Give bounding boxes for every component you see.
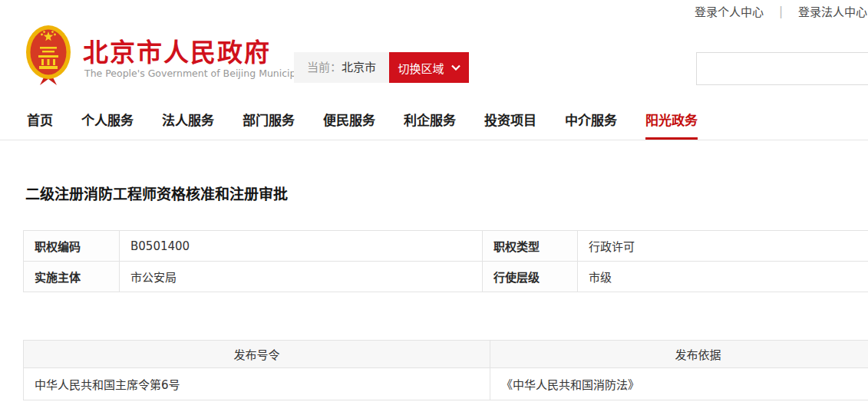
chevron-down-icon <box>451 64 460 71</box>
publish-order-header: 发布号令 <box>24 341 490 368</box>
nav-item-sunshine-government[interactable]: 阳光政务 <box>645 110 698 129</box>
authority-type-value: 行政许可 <box>578 231 868 262</box>
region-bar: 当前：北京市 切换区域 <box>294 52 469 83</box>
search-input[interactable] <box>696 52 868 85</box>
main-nav: 首页 个人服务 法人服务 部门服务 便民服务 利企服务 投资项目 中介服务 阳光… <box>27 110 698 129</box>
nav-item-intermediary-services[interactable]: 中介服务 <box>565 110 617 129</box>
authority-type-label: 职权类型 <box>483 231 578 262</box>
table-row: 职权编码 B0501400 职权类型 行政许可 <box>24 231 868 262</box>
current-region-label: 当前：北京市 <box>294 52 389 83</box>
site-title-english: The People's Government of Beijing Munic… <box>84 68 316 79</box>
nav-item-enterprise-services[interactable]: 利企服务 <box>404 110 456 129</box>
authority-code-label: 职权编码 <box>24 231 120 262</box>
publish-order-value: 中华人民共和国主席令第6号 <box>24 368 490 400</box>
nav-item-department-services[interactable]: 部门服务 <box>243 110 295 129</box>
authority-code-value: B0501400 <box>120 231 483 262</box>
switch-region-button[interactable]: 切换区域 <box>389 52 469 83</box>
publish-basis-header: 发布依据 <box>490 341 868 368</box>
national-emblem-icon <box>25 24 72 87</box>
table-header-row: 发布号令 发布依据 <box>24 341 868 368</box>
current-region-value: 北京市 <box>342 61 376 74</box>
nav-item-legal-services[interactable]: 法人服务 <box>162 110 214 129</box>
nav-item-investment-projects[interactable]: 投资项目 <box>484 110 536 129</box>
table-row: 中华人民共和国主席令第6号 《中华人民共和国消防法》 <box>24 368 868 400</box>
publish-basis-value: 《中华人民共和国消防法》 <box>490 368 868 400</box>
login-personal-link[interactable]: 登录个人中心 <box>695 3 764 19</box>
table-row: 实施主体 市公安局 行使层级 市级 <box>24 262 868 292</box>
implementing-body-label: 实施主体 <box>24 262 120 292</box>
nav-divider-line <box>0 140 868 140</box>
current-prefix: 当前： <box>307 61 342 74</box>
login-legal-link[interactable]: 登录法人中心 <box>798 3 867 19</box>
nav-item-home[interactable]: 首页 <box>27 110 53 129</box>
switch-region-label: 切换区域 <box>398 60 444 76</box>
exercise-level-value: 市级 <box>578 262 868 292</box>
exercise-level-label: 行使层级 <box>483 262 578 292</box>
page: 登录个人中心 | 登录法人中心 北京市人民政府 The People's Gov… <box>0 0 868 402</box>
topbar-divider: | <box>779 5 783 18</box>
nav-item-personal-services[interactable]: 个人服务 <box>81 110 134 129</box>
implementing-body-value: 市公安局 <box>120 262 483 292</box>
site-title: 北京市人民政府 <box>83 32 271 69</box>
page-title: 二级注册消防工程师资格核准和注册审批 <box>25 183 288 203</box>
site-logo[interactable] <box>25 24 72 87</box>
topbar: 登录个人中心 | 登录法人中心 <box>695 3 867 19</box>
publish-table: 发布号令 发布依据 中华人民共和国主席令第6号 《中华人民共和国消防法》 <box>23 340 868 400</box>
authority-info-table: 职权编码 B0501400 职权类型 行政许可 实施主体 市公安局 行使层级 市… <box>23 230 868 292</box>
nav-item-convenience-services[interactable]: 便民服务 <box>323 110 375 129</box>
